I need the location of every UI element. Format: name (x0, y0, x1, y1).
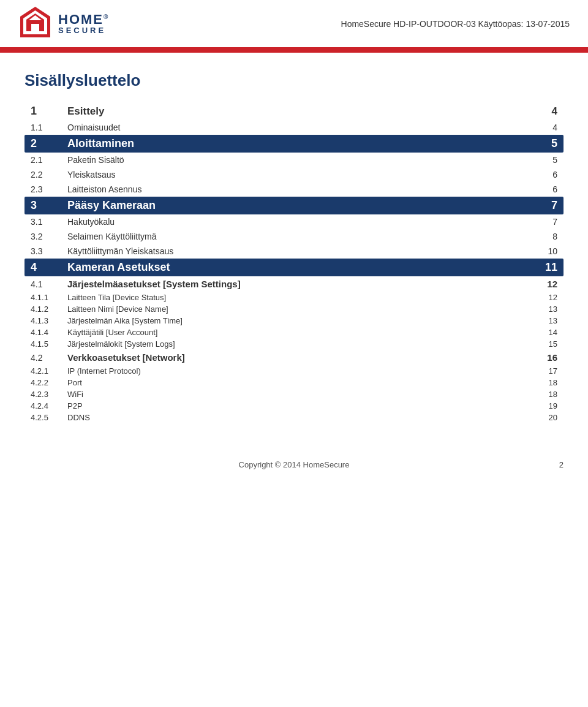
toc-num: 4.2.3 (31, 390, 67, 399)
logo-area: HOME® SECURE (18, 6, 109, 42)
page-number: 2 (559, 460, 564, 469)
toc-label: Käyttäjätili [User Account] (67, 328, 533, 337)
toc-label: IP (Internet Protocol) (67, 366, 533, 376)
toc-num: 3.1 (31, 217, 67, 227)
toc-num: 4.2.4 (31, 401, 67, 410)
toc-num: 4.2 (31, 353, 67, 363)
toc-row: 4.1.3Järjestelmän Aika [System Time]13 (24, 315, 564, 327)
toc-row: 4Kameran Asetukset11 (24, 259, 564, 276)
toc-page: 17 (533, 366, 557, 376)
toc-num: 4 (31, 261, 67, 274)
toc-label: Kameran Asetukset (67, 261, 533, 274)
toc-label: Yleiskatsaus (67, 170, 533, 180)
toc-row: 2.1Paketin Sisältö5 (24, 153, 564, 167)
svg-rect-3 (31, 24, 39, 31)
toc-page: 12 (533, 293, 557, 302)
logo-text: HOME® SECURE (58, 13, 109, 34)
toc-num: 2.1 (31, 155, 67, 165)
toc-page: 6 (533, 170, 557, 180)
toc-label: Hakutyökalu (67, 217, 533, 227)
toc-page: 8 (533, 232, 557, 241)
toc-row: 3Pääsy Kameraan7 (24, 197, 564, 214)
toc-num: 4.1 (31, 279, 67, 289)
toc-page: 4 (533, 105, 557, 118)
toc-page: 13 (533, 316, 557, 325)
toc-label: WiFi (67, 390, 533, 399)
toc-num: 2 (31, 137, 67, 150)
toc-row: 3.3Käyttöliittymän Yleiskatsaus10 (24, 244, 564, 259)
toc-page: 5 (533, 155, 557, 165)
toc-row: 2Aloittaminen5 (24, 135, 564, 153)
toc-page: 12 (533, 279, 557, 289)
toc-page: 11 (533, 261, 557, 274)
toc-num: 4.1.4 (31, 328, 67, 337)
toc-page: 13 (533, 304, 557, 314)
toc-row: 1Esittely4 (24, 102, 564, 120)
toc-label: Järjestelmän Aika [System Time] (67, 316, 533, 325)
toc-num: 4.2.5 (31, 413, 67, 422)
toc-page: 5 (533, 137, 557, 150)
toc-row: 4.1.5Järjestelmälokit [System Logs]15 (24, 338, 564, 350)
toc-num: 3.2 (31, 232, 67, 241)
toc-page: 14 (533, 328, 557, 337)
toc-row: 4.1.4Käyttäjätili [User Account]14 (24, 327, 564, 338)
toc-label: Selaimen Käyttöliittymä (67, 232, 533, 241)
toc-num: 4.1.5 (31, 339, 67, 349)
footer: Copyright © 2014 HomeSecure 2 (0, 448, 588, 475)
toc-row: 4.2.2Port18 (24, 377, 564, 388)
toc-label: Pääsy Kameraan (67, 199, 533, 212)
toc-num: 4.2.1 (31, 366, 67, 376)
toc-num: 3.3 (31, 246, 67, 256)
toc-page: 10 (533, 246, 557, 256)
toc-label: DDNS (67, 413, 533, 422)
toc-row: 3.2Selaimen Käyttöliittymä8 (24, 229, 564, 244)
toc-row: 4.2.3WiFi18 (24, 388, 564, 400)
toc-row: 4.1.1Laitteen Tila [Device Status]12 (24, 292, 564, 303)
header: HOME® SECURE HomeSecure HD-IP-OUTDOOR-03… (0, 0, 588, 49)
toc-num: 3 (31, 199, 67, 212)
toc-num: 1 (31, 105, 67, 118)
main-content: Sisällysluettelo 1Esittely41.1Ominaisuud… (0, 53, 588, 448)
toc-label: Järjestelmäasetukset [System Settings] (67, 279, 533, 289)
toc-row: 3.1Hakutyökalu7 (24, 214, 564, 229)
toc-page: 7 (533, 217, 557, 227)
toc-row: 4.2Verkkoasetukset [Network]16 (24, 350, 564, 365)
logo-secure-text: SECURE (58, 26, 109, 34)
toc-page: 16 (533, 352, 557, 363)
toc-num: 4.2.2 (31, 378, 67, 387)
toc-page: 6 (533, 184, 557, 194)
logo-home-text: HOME® (58, 13, 109, 26)
toc-row: 2.2Yleiskatsaus6 (24, 167, 564, 182)
toc-num: 2.2 (31, 170, 67, 180)
toc-row: 4.2.5DDNS20 (24, 412, 564, 423)
toc-label: Verkkoasetukset [Network] (67, 352, 533, 363)
toc-page: 15 (533, 339, 557, 349)
toc-label: Järjestelmälokit [System Logs] (67, 339, 533, 349)
header-title: HomeSecure HD-IP-OUTDOOR-03 Käyttöopas: … (341, 19, 570, 29)
toc-row: 4.1Järjestelmäasetukset [System Settings… (24, 276, 564, 292)
toc-page: 7 (533, 199, 557, 212)
toc-page: 18 (533, 378, 557, 387)
toc-num: 1.1 (31, 123, 67, 132)
toc-row: 4.2.1IP (Internet Protocol)17 (24, 365, 564, 377)
toc-page: 18 (533, 390, 557, 399)
toc-label: Port (67, 378, 533, 387)
toc-row: 1.1Ominaisuudet4 (24, 120, 564, 135)
toc-label: Ominaisuudet (67, 123, 533, 132)
toc-num: 4.1.1 (31, 293, 67, 302)
toc-label: Laitteen Nimi [Device Name] (67, 304, 533, 314)
copyright-text: Copyright © 2014 HomeSecure (239, 460, 350, 469)
page-title: Sisällysluettelo (24, 65, 564, 90)
toc-page: 19 (533, 401, 557, 410)
toc-label: P2P (67, 401, 533, 410)
toc-label: Laitteiston Asennus (67, 184, 533, 194)
toc-label: Paketin Sisältö (67, 155, 533, 165)
logo-icon (18, 6, 52, 42)
toc: 1Esittely41.1Ominaisuudet42Aloittaminen5… (24, 102, 564, 423)
toc-num: 2.3 (31, 184, 67, 194)
toc-num: 4.1.3 (31, 316, 67, 325)
toc-page: 4 (533, 123, 557, 132)
toc-row: 4.2.4P2P19 (24, 400, 564, 412)
toc-label: Esittely (67, 105, 533, 118)
toc-row: 4.1.2Laitteen Nimi [Device Name]13 (24, 303, 564, 315)
